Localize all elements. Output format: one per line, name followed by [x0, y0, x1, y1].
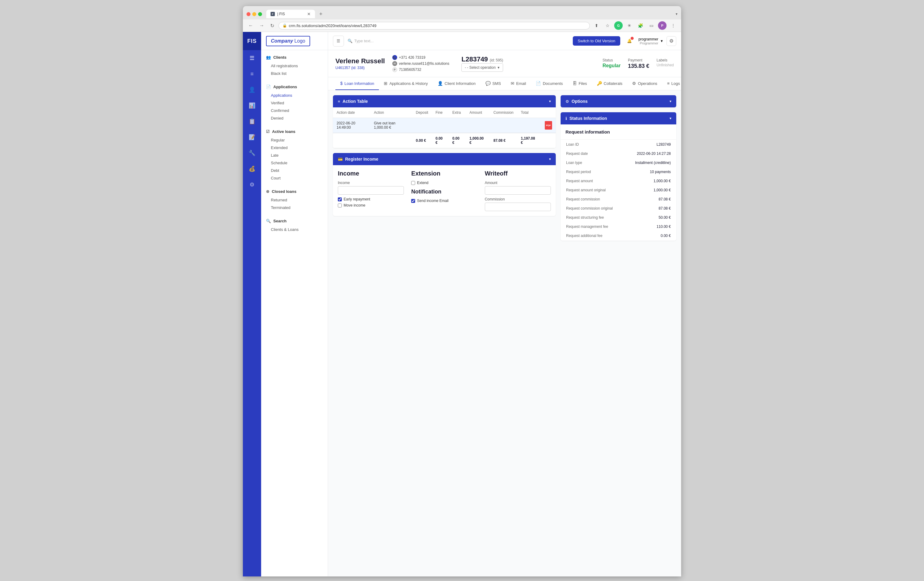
nav-all-registrations[interactable]: All registrations — [261, 62, 328, 70]
tab-email[interactable]: ✉ Email — [506, 77, 531, 90]
bookmark-icon[interactable]: ☆ — [603, 21, 612, 30]
nav-clients-loans[interactable]: Clients & Loans — [261, 226, 328, 233]
tab-logs[interactable]: ≡ Logs — [662, 77, 681, 90]
operations-tab-icon: ⚙ — [632, 81, 636, 86]
applications-section-header[interactable]: 📄 Applications — [261, 82, 328, 92]
cell-pdf[interactable]: PDF — [541, 118, 556, 133]
clients-section-header[interactable]: 👥 Clients — [261, 53, 328, 62]
sidebar-icon-list[interactable]: ≡ — [245, 67, 259, 81]
nav-court[interactable]: Court — [261, 174, 328, 182]
notification-btn[interactable]: 🔔 — [624, 36, 635, 46]
extend-checkbox[interactable]: Extend — [411, 181, 477, 185]
sidebar-icon-tools[interactable]: 🔧 — [245, 146, 259, 160]
info-label-request-date: Request date — [561, 149, 624, 158]
search-section-header[interactable]: 🔍 Search — [261, 216, 328, 226]
sidebar-icon-money[interactable]: 💰 — [245, 162, 259, 176]
main-content: ≡ Action Table ▾ Action date — [328, 91, 681, 576]
tab-operations[interactable]: ⚙ Operations — [627, 77, 662, 90]
share-icon[interactable]: ⬆ — [592, 21, 601, 30]
user-info: programmer Programmer — [639, 37, 658, 45]
select-operation-dropdown[interactable]: - - Select operation ▾ — [461, 63, 503, 72]
sidebar-icon-charts[interactable]: 📊 — [245, 99, 259, 112]
header-menu-btn[interactable]: ☰ — [333, 36, 344, 46]
nav-extended[interactable]: Extended — [261, 144, 328, 151]
sidebar-icon-docs[interactable]: 📋 — [245, 115, 259, 128]
tab-close-btn[interactable]: ✕ — [307, 12, 311, 16]
tab-client-information[interactable]: 👤 Client Information — [433, 77, 480, 90]
switch-version-btn[interactable]: Switch to Old Version — [573, 36, 620, 46]
extension1-icon[interactable]: G — [614, 21, 623, 30]
extension2-icon[interactable]: ✳ — [625, 21, 634, 30]
early-repayment-checkbox[interactable]: Early repayment — [338, 197, 404, 201]
status-info-chevron-icon: ▾ — [670, 116, 672, 120]
info-value-management-fee: 110.00 € — [625, 222, 676, 231]
nav-denied[interactable]: Denied — [261, 114, 328, 122]
tab-files[interactable]: 🗄 Files — [568, 77, 592, 90]
nav-applications[interactable]: Applications — [261, 92, 328, 99]
sidebar-icon-users[interactable]: 👤 — [245, 83, 259, 96]
user-name-text: programmer — [639, 37, 658, 41]
nav-returned[interactable]: Returned — [261, 196, 328, 204]
close-window-btn[interactable] — [246, 12, 251, 16]
extension3-icon[interactable]: 🧩 — [636, 21, 645, 30]
writeoff-commission-input[interactable] — [485, 202, 551, 211]
nav-regular[interactable]: Regular — [261, 136, 328, 144]
user-profile-icon[interactable]: P — [658, 21, 667, 30]
sidebar-icon-edit[interactable]: 📝 — [245, 130, 259, 144]
income-column: Income Income Early repayment — [338, 170, 404, 211]
loan-info-tab-label: Loan Information — [345, 81, 375, 86]
action-table-header[interactable]: ≡ Action Table ▾ — [333, 95, 556, 107]
register-income-header[interactable]: 💳 Register Income ▾ — [333, 153, 556, 165]
nav-terminated[interactable]: Terminated — [261, 204, 328, 211]
browser-menu-icon[interactable]: ⋮ — [669, 21, 678, 30]
forward-btn[interactable]: → — [257, 22, 266, 29]
nav-schedule[interactable]: Schedule — [261, 159, 328, 167]
nav-debt[interactable]: Debt — [261, 167, 328, 174]
options-title: Options — [572, 99, 667, 104]
nav-verified[interactable]: Verified — [261, 99, 328, 107]
reader-mode-icon[interactable]: ▭ — [647, 21, 655, 30]
sidebar-icon-settings[interactable]: ⚙ — [245, 178, 259, 191]
closed-loans-section-header[interactable]: ⊗ Closed loans — [261, 187, 328, 196]
info-row-request-period: Request period 10 payments — [561, 168, 676, 176]
income-input[interactable] — [338, 186, 404, 195]
nav-late[interactable]: Late — [261, 151, 328, 159]
active-loans-section-header[interactable]: ☑ Active loans — [261, 127, 328, 136]
tab-loan-information[interactable]: $ Loan Information — [335, 77, 379, 90]
options-header[interactable]: ⚙ Options ▾ — [561, 95, 676, 107]
loan-db-id: (id: 595) — [490, 58, 503, 63]
new-tab-btn[interactable]: + — [317, 11, 325, 17]
info-label-loan-id: Loan ID — [561, 140, 624, 149]
nav-black-list[interactable]: Black list — [261, 70, 328, 77]
sidebar-icon-hamburger[interactable]: ☰ — [245, 51, 259, 65]
reload-btn[interactable]: ↻ — [269, 22, 276, 29]
fis-logo[interactable]: FIS — [243, 32, 261, 50]
address-url: crm.fis.solutions/adm2020net/loans/view/… — [289, 23, 376, 28]
writeoff-amount-input[interactable] — [485, 186, 551, 195]
user-dropdown[interactable]: programmer Programmer ▾ — [639, 37, 663, 45]
tab-collaterals[interactable]: 🔑 Collaterals — [592, 77, 627, 90]
search-section-icon: 🔍 — [266, 219, 271, 223]
maximize-window-btn[interactable] — [258, 12, 262, 16]
info-value-request-period: 10 payments — [625, 168, 676, 176]
tab-documents[interactable]: 📄 Documents — [531, 77, 568, 90]
info-label-request-period: Request period — [561, 168, 624, 176]
send-email-checkbox[interactable]: Send income Email — [411, 199, 477, 203]
nav-section-applications: 📄 Applications Applications Verified Con… — [261, 80, 328, 124]
move-income-checkbox[interactable]: Move income — [338, 203, 404, 207]
header-search[interactable]: 🔍 Type text... — [348, 39, 569, 43]
status-info-body: Request information Loan ID L283749 — [561, 124, 676, 240]
back-btn[interactable]: ← — [246, 22, 255, 29]
tab-applications-history[interactable]: ⊞ Applications & History — [379, 77, 432, 90]
status-info-header[interactable]: ℹ Status Information ▾ — [561, 112, 676, 124]
tabs-chevron-icon[interactable]: ▾ — [676, 12, 678, 16]
docs-tab-icon: 📄 — [536, 81, 541, 86]
minimize-window-btn[interactable] — [252, 12, 256, 16]
pdf-download-icon[interactable]: PDF — [545, 121, 552, 130]
nav-confirmed[interactable]: Confirmed — [261, 107, 328, 114]
settings-btn[interactable]: ⚙ — [667, 36, 676, 46]
files-tab-label: Files — [579, 81, 587, 86]
address-bar[interactable]: 🔒 crm.fis.solutions/adm2020net/loans/vie… — [279, 22, 590, 30]
active-tab[interactable]: F | FIS ✕ — [266, 10, 315, 18]
tab-sms[interactable]: 💬 SMS — [480, 77, 506, 90]
